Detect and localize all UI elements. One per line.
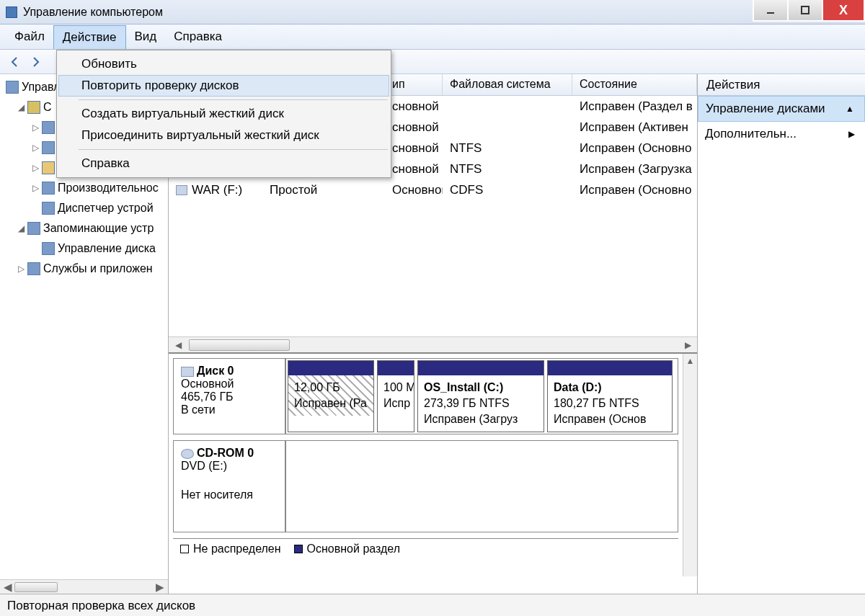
scroll-thumb[interactable] (189, 339, 290, 351)
partition-bar (548, 361, 672, 375)
cdrom-icon (181, 449, 194, 459)
actions-more[interactable]: Дополнительн... ▶ (698, 122, 865, 146)
menu-attach-vhd[interactable]: Присоединить виртуальный жесткий диск (58, 125, 389, 146)
actions-header: Действия (698, 74, 865, 96)
col-filesystem[interactable]: Файловая система (443, 74, 572, 95)
volumes-hscrollbar[interactable]: ◀ ▶ (169, 336, 697, 352)
volume-icon (176, 185, 187, 195)
volume-row[interactable]: WAR (F:)ПростойОсновнойCDFSИсправен (Осн… (169, 179, 697, 200)
menubar: Файл Действие Вид Справка (0, 24, 865, 50)
tree-device-manager[interactable]: Диспетчер устрой (6, 198, 168, 218)
menu-rescan-disks[interactable]: Повторить проверку дисков (58, 75, 389, 97)
scroll-right-icon[interactable]: ▶ (680, 338, 696, 352)
window-title: Управление компьютером (23, 6, 163, 19)
collapse-icon: ▲ (846, 104, 854, 114)
actions-disk-management[interactable]: Управление дисками ▲ (698, 96, 865, 122)
menu-view[interactable]: Вид (126, 25, 166, 48)
folder-icon (42, 161, 55, 174)
partition-bar (378, 361, 414, 375)
expand-icon[interactable]: ▷ (16, 259, 26, 279)
menu-action[interactable]: Действие (53, 25, 126, 49)
tree-services[interactable]: ▷Службы и приложен (6, 259, 168, 279)
col-status[interactable]: Состояние (572, 74, 697, 95)
expand-icon[interactable]: ▷ (30, 178, 40, 198)
partition[interactable]: 100 М Испр (377, 360, 414, 432)
collapse-icon[interactable]: ◢ (16, 97, 26, 117)
tree-disk-management[interactable]: Управление диска (6, 238, 168, 259)
statusbar: Повторная проверка всех дисков (0, 594, 865, 616)
window-buttons: X (754, 0, 865, 22)
partition-data[interactable]: Data (D:) 180,27 ГБ NTFS Исправен (Основ (547, 360, 673, 432)
partition-os[interactable]: OS_Install (C:) 273,39 ГБ NTFS Исправен … (417, 360, 544, 432)
partition[interactable]: 12,00 ГБ Исправен (Ра (288, 360, 374, 432)
menu-separator (79, 99, 388, 100)
actions-pane: Действия Управление дисками ▲ Дополнител… (698, 74, 865, 594)
legend-swatch-unallocated (180, 545, 189, 553)
scroll-left-icon[interactable]: ◀ (170, 338, 186, 352)
scroll-left-icon[interactable]: ◀ (1, 581, 14, 594)
app-icon (6, 6, 17, 18)
folder-icon (42, 121, 55, 134)
services-icon (27, 262, 40, 275)
computer-icon (6, 81, 19, 94)
scroll-right-icon[interactable]: ▶ (154, 581, 167, 594)
tree-storage[interactable]: ◢Запоминающие устр (6, 218, 168, 238)
menu-refresh[interactable]: Обновить (58, 53, 389, 75)
disk-row-cdrom[interactable]: CD-ROM 0 DVD (E:) Нет носителя (173, 440, 678, 532)
close-button[interactable]: X (822, 0, 865, 22)
legend: Не распределен Основной раздел (173, 538, 678, 558)
expand-icon[interactable]: ▷ (30, 138, 40, 158)
titlebar: Управление компьютером X (0, 0, 865, 24)
menu-help[interactable]: Справка (58, 153, 389, 174)
minimize-button[interactable] (753, 0, 789, 22)
scroll-up-icon[interactable]: ▲ (683, 354, 697, 368)
menu-help[interactable]: Справка (165, 25, 231, 48)
svg-rect-1 (802, 6, 809, 14)
expand-icon[interactable]: ▷ (30, 117, 40, 138)
perf-icon (42, 182, 55, 195)
storage-icon (27, 222, 40, 235)
chevron-right-icon: ▶ (848, 129, 855, 139)
svg-rect-0 (767, 12, 774, 14)
scroll-thumb[interactable] (14, 582, 58, 592)
partition-bar (418, 361, 544, 375)
folder-icon (42, 141, 55, 154)
disk-info: Диск 0 Основной 465,76 ГБ В сети (174, 359, 286, 434)
tree-hscrollbar[interactable]: ◀ ▶ (0, 579, 168, 594)
graphical-vscrollbar[interactable]: ▲ (683, 354, 697, 576)
nav-forward-button[interactable] (27, 54, 43, 70)
menu-separator (79, 149, 388, 150)
collapse-icon[interactable]: ◢ (16, 218, 26, 238)
graphical-view: Диск 0 Основной 465,76 ГБ В сети 12,00 Г… (169, 352, 697, 594)
tree-performance[interactable]: ▷Производительнос (6, 178, 168, 198)
disk-icon (42, 242, 55, 255)
disk-info: CD-ROM 0 DVD (E:) Нет носителя (174, 441, 286, 532)
nav-back-button[interactable] (7, 54, 23, 70)
device-icon (42, 202, 55, 215)
menu-create-vhd[interactable]: Создать виртуальный жесткий диск (58, 103, 389, 125)
partition-bar (288, 361, 373, 375)
expand-icon[interactable]: ▷ (30, 158, 40, 178)
disk-row[interactable]: Диск 0 Основной 465,76 ГБ В сети 12,00 Г… (173, 358, 678, 434)
maximize-button[interactable] (787, 0, 823, 22)
col-type[interactable]: ип (385, 74, 443, 95)
legend-swatch-primary (294, 545, 303, 553)
action-menu-dropdown: Обновить Повторить проверку дисков Созда… (56, 50, 391, 178)
menu-file[interactable]: Файл (6, 25, 53, 48)
tools-icon (27, 101, 40, 114)
disk-icon (181, 367, 194, 377)
